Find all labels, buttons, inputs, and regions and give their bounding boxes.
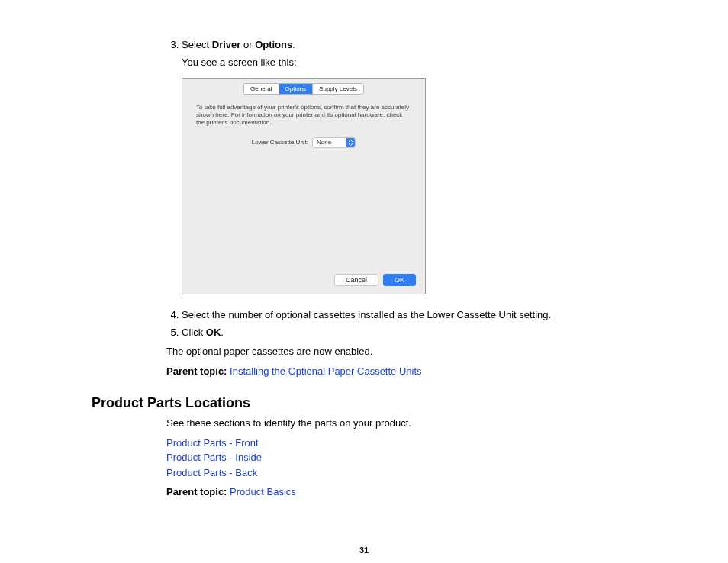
link-list: Product Parts - Front Product Parts - In… bbox=[166, 436, 636, 481]
step5-prefix: Click bbox=[182, 327, 206, 338]
parent2-label: Parent topic: bbox=[166, 486, 230, 497]
step-4: Select the number of optional cassettes … bbox=[182, 308, 636, 323]
step-3: Select Driver or Options. You see a scre… bbox=[182, 38, 636, 294]
parent-topic-2: Parent topic: Product Basics bbox=[166, 484, 636, 500]
lower-cassette-label: Lower Cassette Unit: bbox=[252, 138, 308, 147]
step5-bold: OK bbox=[206, 327, 221, 338]
step5-suffix: . bbox=[221, 327, 224, 338]
lower-cassette-select[interactable]: None bbox=[312, 137, 356, 148]
step3-mid: or bbox=[240, 39, 255, 50]
result-text: The optional paper cassettes are now ena… bbox=[166, 344, 636, 359]
select-arrow-icon bbox=[346, 138, 355, 147]
cancel-button[interactable]: Cancel bbox=[334, 274, 378, 286]
step3-bold2: Options bbox=[255, 39, 292, 50]
parent1-link[interactable]: Installing the Optional Paper Cassette U… bbox=[230, 365, 421, 377]
page-number: 31 bbox=[92, 545, 636, 555]
step3-prefix: Select bbox=[182, 39, 212, 50]
parent2-link[interactable]: Product Basics bbox=[230, 486, 296, 497]
parent1-label: Parent topic: bbox=[166, 365, 230, 377]
parent-topic-1: Parent topic: Installing the Optional Pa… bbox=[166, 364, 636, 379]
step3-bold1: Driver bbox=[212, 39, 241, 50]
section-intro: See these sections to identify the parts… bbox=[166, 416, 636, 431]
step-5: Click OK. bbox=[182, 326, 636, 340]
lower-cassette-value: None bbox=[313, 138, 346, 147]
tab-bar: General Options Supply Levels bbox=[182, 79, 425, 95]
step3-suffix: . bbox=[292, 39, 295, 50]
link-inside[interactable]: Product Parts - Inside bbox=[166, 452, 262, 463]
tab-supply-levels[interactable]: Supply Levels bbox=[313, 84, 363, 94]
tab-segment: General Options Supply Levels bbox=[243, 83, 364, 95]
link-back[interactable]: Product Parts - Back bbox=[166, 467, 257, 478]
step3-continuation: You see a screen like this: bbox=[182, 56, 636, 70]
section-heading: Product Parts Locations bbox=[92, 395, 636, 411]
options-dialog: General Options Supply Levels To take fu… bbox=[182, 78, 426, 294]
tab-general[interactable]: General bbox=[244, 84, 279, 94]
ok-button[interactable]: OK bbox=[383, 274, 416, 286]
link-front[interactable]: Product Parts - Front bbox=[166, 437, 259, 449]
dialog-info-text: To take full advantage of your printer's… bbox=[196, 104, 411, 127]
tab-options[interactable]: Options bbox=[279, 84, 314, 94]
